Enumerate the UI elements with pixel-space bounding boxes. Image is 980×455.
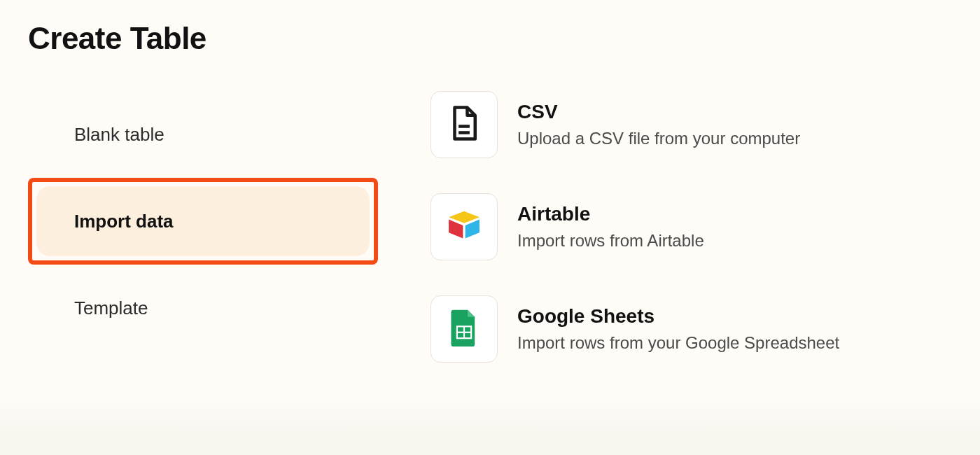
content-row: Blank table Import data Template (28, 91, 952, 398)
sidebar-item-blank-table[interactable]: Blank table (36, 99, 370, 169)
page-title: Create Table (28, 21, 952, 56)
sidebar-item-wrap-active: Import data (28, 178, 378, 265)
sidebar-item-import-data[interactable]: Import data (36, 186, 370, 256)
option-icon-box (430, 91, 498, 158)
file-csv-icon (445, 104, 483, 145)
option-google-sheets[interactable]: Google Sheets Import rows from your Goog… (430, 295, 952, 363)
sidebar-item-wrap: Template (28, 265, 378, 351)
option-csv[interactable]: CSV Upload a CSV file from your computer (430, 91, 952, 158)
sidebar-item-label: Blank table (74, 124, 164, 146)
option-description: Import rows from your Google Spreadsheet (517, 333, 839, 353)
svg-marker-4 (465, 220, 479, 239)
option-airtable[interactable]: Airtable Import rows from Airtable (430, 193, 952, 260)
svg-rect-1 (458, 131, 470, 134)
import-options: CSV Upload a CSV file from your computer (378, 91, 952, 398)
option-text: Airtable Import rows from Airtable (517, 203, 704, 251)
option-description: Import rows from Airtable (517, 231, 704, 251)
svg-marker-2 (449, 211, 479, 223)
sidebar-item-label: Template (74, 298, 148, 319)
option-icon-box (430, 295, 498, 363)
option-icon-box (430, 193, 498, 260)
sidebar-item-label: Import data (74, 211, 174, 232)
sidebar-item-template[interactable]: Template (36, 273, 370, 343)
airtable-icon (445, 206, 483, 247)
sidebar: Blank table Import data Template (28, 91, 378, 351)
option-title: Airtable (517, 203, 704, 225)
option-title: Google Sheets (517, 305, 839, 328)
svg-rect-0 (458, 125, 470, 128)
google-sheets-icon (445, 309, 483, 349)
svg-marker-3 (449, 220, 463, 239)
option-title: CSV (517, 101, 800, 123)
create-table-dialog: Create Table Blank table Import data Tem… (0, 0, 980, 398)
option-description: Upload a CSV file from your computer (517, 129, 800, 148)
option-text: Google Sheets Import rows from your Goog… (517, 305, 839, 353)
option-text: CSV Upload a CSV file from your computer (517, 101, 800, 148)
sidebar-item-wrap: Blank table (28, 91, 378, 178)
